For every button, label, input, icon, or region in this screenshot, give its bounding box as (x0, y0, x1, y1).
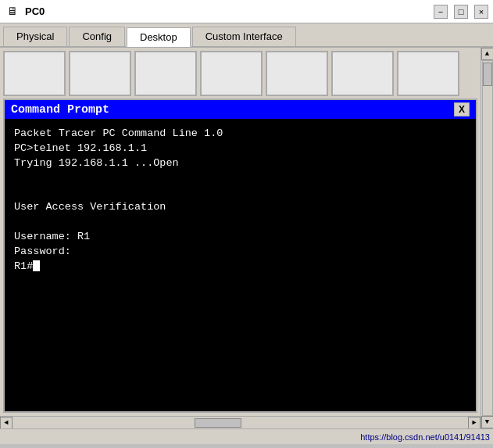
cmd-line-2: PC>telnet 192.168.1.1 (14, 142, 466, 156)
status-url: https://blog.csdn.net/u0141/91413 (360, 432, 490, 442)
thumbnail-1[interactable] (3, 51, 66, 96)
cmd-line-4 (14, 171, 466, 186)
window-title: PC0 (25, 5, 434, 17)
thumbnail-7[interactable] (397, 51, 459, 96)
app-icon: 🖥 (5, 4, 20, 20)
horizontal-scroll-track[interactable] (13, 418, 468, 428)
thumbnail-2[interactable] (69, 51, 131, 96)
scroll-down-button[interactable]: ▼ (481, 416, 494, 428)
bottom-scrollbar: ◄ ► (0, 416, 480, 428)
command-prompt-body[interactable]: Packet Tracer PC Command Line 1.0 PC>tel… (5, 119, 476, 411)
thumbnail-3[interactable] (134, 51, 197, 96)
scroll-left-button[interactable]: ◄ (0, 417, 13, 429)
thumbnail-4[interactable] (200, 51, 263, 96)
cmd-line-1: Packet Tracer PC Command Line 1.0 (14, 127, 466, 142)
cursor (33, 260, 40, 271)
scroll-up-button[interactable]: ▲ (481, 48, 494, 60)
cmd-line-3: Trying 192.168.1.1 ...Open (14, 156, 466, 171)
tab-config[interactable]: Config (69, 27, 125, 46)
horizontal-scroll-thumb[interactable] (195, 418, 241, 428)
tab-physical[interactable]: Physical (3, 27, 67, 46)
command-prompt-window: Command Prompt X Packet Tracer PC Comman… (3, 99, 477, 413)
scroll-right-button[interactable]: ► (468, 417, 480, 429)
cmd-line-10[interactable]: R1# (14, 260, 466, 274)
tab-bar: Physical Config Desktop Custom Interface (0, 23, 493, 48)
inner-area: Command Prompt X Packet Tracer PC Comman… (0, 48, 480, 428)
thumbnail-strip (0, 48, 480, 99)
cmd-line-6: User Access Verification (14, 200, 466, 215)
cmd-line-9: Password: (14, 245, 466, 260)
command-prompt-title: Command Prompt (11, 103, 109, 116)
vertical-scroll-thumb[interactable] (483, 63, 492, 86)
maximize-button[interactable]: □ (454, 5, 468, 19)
vertical-scroll-track[interactable] (482, 60, 493, 416)
tab-custom-interface[interactable]: Custom Interface (192, 27, 296, 46)
command-prompt-close-button[interactable]: X (454, 102, 470, 116)
window-controls: − □ × (434, 5, 488, 19)
cmd-line-8: Username: R1 (14, 230, 466, 245)
command-prompt-titlebar: Command Prompt X (5, 100, 476, 119)
vertical-scrollbar: ▲ ▼ (480, 48, 493, 428)
tab-desktop[interactable]: Desktop (127, 27, 191, 47)
minimize-button[interactable]: − (434, 5, 448, 19)
title-bar: 🖥 PC0 − □ × (0, 0, 493, 23)
cmd-line-5 (14, 186, 466, 201)
thumbnail-5[interactable] (266, 51, 328, 96)
cmd-line-7 (14, 215, 466, 230)
main-content: Command Prompt X Packet Tracer PC Comman… (0, 48, 493, 428)
status-bar: https://blog.csdn.net/u0141/91413 (0, 428, 493, 444)
close-button[interactable]: × (474, 5, 488, 19)
thumbnail-6[interactable] (331, 51, 394, 96)
